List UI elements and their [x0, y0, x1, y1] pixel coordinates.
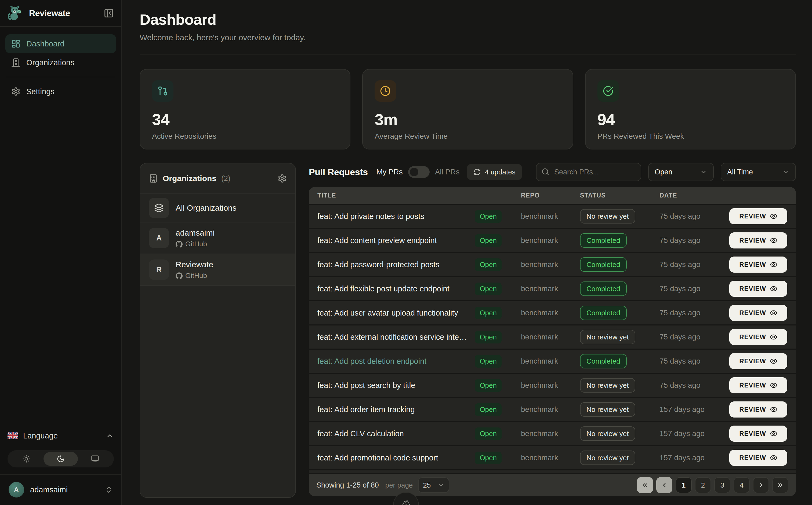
pr-repo: benchmark: [521, 260, 572, 269]
pr-title[interactable]: feat: Add content preview endpoint: [317, 236, 437, 245]
theme-dark-button[interactable]: [43, 452, 78, 466]
stat-value: 34: [152, 110, 338, 129]
sidebar-nav: Dashboard Organizations Settings: [0, 27, 121, 101]
theme-light-button[interactable]: [9, 452, 43, 466]
uk-flag-icon: [7, 432, 18, 439]
review-button[interactable]: REVIEW: [729, 305, 787, 321]
search-icon: [541, 168, 549, 176]
status-filter-select[interactable]: Open: [648, 163, 714, 181]
sidebar-collapse-icon[interactable]: [104, 8, 114, 18]
eye-icon: [770, 430, 777, 438]
review-button[interactable]: REVIEW: [729, 208, 787, 224]
pr-repo: benchmark: [521, 454, 572, 462]
status-badge: No review yet: [580, 330, 635, 344]
chevron-down-icon: [700, 168, 707, 176]
review-button[interactable]: REVIEW: [729, 232, 787, 248]
pr-title[interactable]: feat: Add CLV calculation: [317, 429, 404, 438]
reviewate-panda-logo: [7, 5, 24, 21]
prev-page-button[interactable]: [656, 477, 672, 493]
gear-icon[interactable]: [278, 174, 287, 183]
pr-date: 75 days ago: [660, 285, 722, 293]
pr-title[interactable]: feat: Add post search by title: [317, 381, 415, 390]
language-label: Language: [23, 432, 101, 440]
stat-label: Active Repositories: [152, 132, 338, 141]
pr-title[interactable]: feat: Add private notes to posts: [317, 212, 424, 221]
org-item-all-organizations[interactable]: All Organizations: [140, 194, 295, 222]
review-button[interactable]: REVIEW: [729, 401, 787, 417]
prs-toggle[interactable]: [408, 166, 430, 178]
stat-card-prs-reviewed: 94 PRs Reviewed This Week: [585, 69, 796, 149]
pr-table: TITLE REPO STATUS DATE feat: Add private…: [309, 187, 796, 496]
theme-system-button[interactable]: [78, 452, 112, 466]
circle-check-icon: [597, 80, 619, 102]
open-badge: Open: [475, 234, 502, 247]
sidebar-item-label: Organizations: [26, 58, 75, 67]
pr-title[interactable]: feat: Add password-protected posts: [317, 260, 439, 269]
pr-date: 157 days ago: [660, 429, 722, 438]
moon-icon: [57, 455, 65, 463]
org-item-adamsaimi[interactable]: A adamsaimi GitHub: [140, 222, 295, 254]
organizations-header: Organizations (2): [140, 163, 295, 193]
building-icon: [149, 174, 158, 183]
building-icon: [11, 58, 20, 67]
pr-title[interactable]: feat: Add order item tracking: [317, 405, 415, 414]
open-badge: Open: [475, 307, 502, 319]
review-button[interactable]: REVIEW: [729, 281, 787, 297]
status-badge: Completed: [580, 257, 627, 272]
showing-range: Showing 1-25 of 80: [316, 481, 379, 489]
sidebar-item-settings[interactable]: Settings: [5, 82, 116, 101]
status-badge: Completed: [580, 354, 627, 368]
table-row: feat: Add password-protected postsOpen b…: [309, 252, 796, 276]
review-button[interactable]: REVIEW: [729, 257, 787, 273]
page-button-2[interactable]: 2: [695, 477, 711, 493]
review-button[interactable]: REVIEW: [729, 329, 787, 345]
sidebar-item-organizations[interactable]: Organizations: [5, 53, 116, 72]
sidebar-item-dashboard[interactable]: Dashboard: [5, 34, 116, 53]
pr-title[interactable]: feat: Add external notification service …: [317, 333, 469, 342]
time-filter-select[interactable]: All Time: [721, 163, 796, 181]
next-page-button[interactable]: [753, 477, 769, 493]
table-row: feat: Add post search by titleOpen bench…: [309, 373, 796, 397]
review-button[interactable]: REVIEW: [729, 353, 787, 369]
review-button[interactable]: REVIEW: [729, 426, 787, 442]
page-button-4[interactable]: 4: [733, 477, 750, 493]
table-row: feat: Add order item trackingOpen benchm…: [309, 397, 796, 421]
chevron-down-icon: [782, 168, 789, 176]
dashboard-icon: [11, 39, 20, 48]
status-badge: No review yet: [580, 427, 635, 441]
page-button-1[interactable]: 1: [676, 477, 692, 493]
sidebar-item-label: Settings: [26, 87, 54, 96]
user-menu[interactable]: A adamsaimi: [7, 475, 114, 499]
per-page-label: per page: [385, 481, 413, 489]
pr-title[interactable]: feat: Add user avatar upload functionali…: [317, 309, 458, 317]
pr-date: 75 days ago: [660, 260, 722, 269]
per-page-select[interactable]: 25: [418, 477, 449, 493]
my-prs-label[interactable]: My PRs: [377, 168, 403, 176]
pr-repo: benchmark: [521, 333, 572, 341]
chevrons-right-icon: [777, 482, 784, 489]
pr-title[interactable]: feat: Add promotional code support: [317, 454, 438, 462]
org-item-provider: GitHub: [176, 240, 215, 248]
table-row: feat: Add flexible post update endpointO…: [309, 276, 796, 300]
avatar: A: [9, 482, 24, 498]
theme-switcher: [7, 450, 114, 468]
org-item-reviewate[interactable]: R Reviewate GitHub: [140, 254, 295, 285]
review-button[interactable]: REVIEW: [729, 377, 787, 393]
layers-icon: [149, 198, 169, 218]
page-button-3[interactable]: 3: [714, 477, 730, 493]
column-title: TITLE: [317, 192, 513, 199]
pr-title[interactable]: feat: Add post deletion endpoint: [317, 357, 426, 366]
stat-card-active-repos: 34 Active Repositories: [140, 69, 351, 149]
column-repo: REPO: [521, 192, 572, 199]
updates-button[interactable]: 4 updates: [467, 164, 522, 180]
all-prs-label[interactable]: All PRs: [435, 168, 460, 176]
search-input[interactable]: [536, 163, 641, 181]
gear-icon: [11, 87, 20, 96]
pr-title[interactable]: feat: Add flexible post update endpoint: [317, 285, 449, 293]
language-selector[interactable]: Language: [7, 428, 114, 444]
pr-repo: benchmark: [521, 285, 572, 293]
review-button[interactable]: REVIEW: [729, 450, 787, 466]
pr-date: 75 days ago: [660, 212, 722, 220]
last-page-button[interactable]: [772, 477, 788, 493]
first-page-button[interactable]: [637, 477, 653, 493]
